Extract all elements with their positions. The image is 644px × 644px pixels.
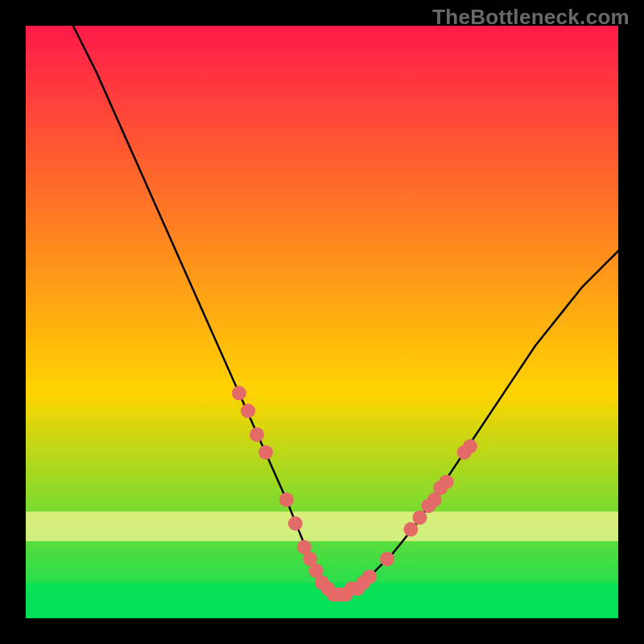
chart-frame: TheBottleneck.com bbox=[0, 0, 644, 644]
highlight-dot bbox=[440, 475, 454, 489]
highlight-dot bbox=[403, 522, 418, 537]
plot-area bbox=[26, 26, 618, 618]
highlight-dot bbox=[288, 516, 303, 530]
plot-svg bbox=[26, 26, 618, 618]
highlight-dot bbox=[279, 493, 294, 507]
highlight-dot bbox=[258, 445, 273, 460]
highlight-dot bbox=[463, 440, 477, 454]
highlight-dot bbox=[412, 510, 427, 525]
yellow-band bbox=[26, 512, 618, 542]
highlight-dot bbox=[380, 551, 394, 566]
highlight-dot bbox=[232, 386, 246, 400]
highlight-dot bbox=[241, 403, 255, 418]
highlight-dot bbox=[362, 569, 377, 584]
highlight-dot bbox=[250, 427, 264, 442]
